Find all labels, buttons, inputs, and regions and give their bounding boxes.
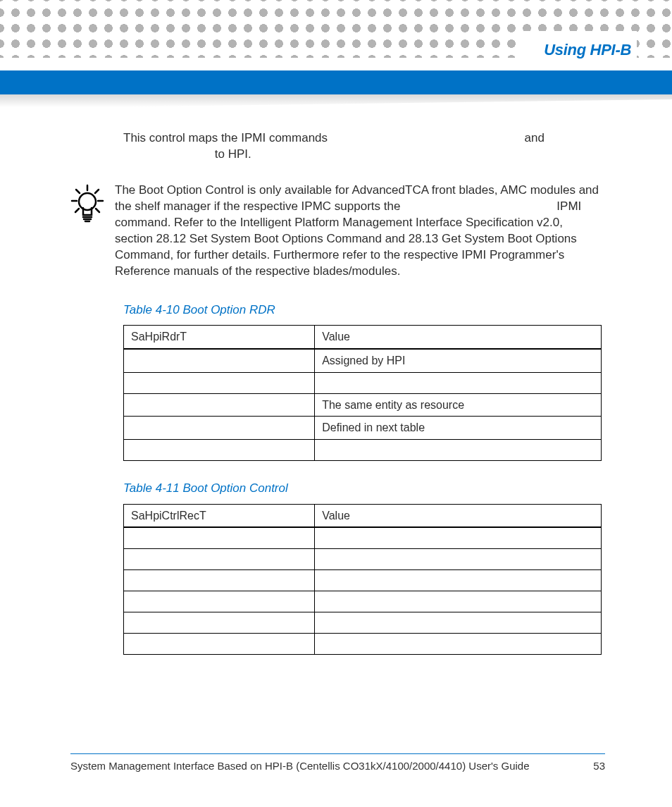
page-footer: System Management Interface Based on HPI… <box>70 753 605 772</box>
table-row <box>124 591 602 612</box>
table-cell <box>124 591 315 612</box>
table-cell <box>315 633 602 654</box>
table-cell <box>315 569 602 591</box>
svg-line-6 <box>96 209 99 212</box>
table-caption-2: Table 4-11 Boot Option Control <box>123 481 602 497</box>
table-cell <box>124 527 315 548</box>
intro-text-part2: to HPI. <box>215 147 251 161</box>
table-cell <box>315 439 602 460</box>
table-header-cell: Value <box>315 504 602 527</box>
table-cell <box>124 417 315 440</box>
table-cell <box>315 591 602 612</box>
note-text: The Boot Option Control is only availabl… <box>115 183 602 280</box>
table-cell <box>124 439 315 460</box>
note-block: The Boot Option Control is only availabl… <box>70 183 602 280</box>
intro-paragraph: This control maps the IPMI commands and … <box>123 130 602 163</box>
table-header-row: SaHpiCtrlRecT Value <box>124 504 602 527</box>
table-cell <box>124 569 315 591</box>
table-cell: Defined in next table <box>315 417 602 440</box>
intro-text-part1: This control maps the IPMI commands <box>123 131 328 144</box>
table-cell <box>315 612 602 633</box>
table-cell <box>124 612 315 633</box>
header-gray-gradient <box>0 94 672 109</box>
table-cell: The same entity as resource <box>315 393 602 417</box>
table-row <box>124 439 602 460</box>
section-title: Using HPI-B <box>516 31 637 66</box>
table-cell <box>315 527 602 548</box>
boot-option-rdr-table: SaHpiRdrT Value Assigned by HPI The same… <box>123 325 602 460</box>
table-row <box>124 612 602 633</box>
boot-option-control-table: SaHpiCtrlRecT Value <box>123 504 602 655</box>
table-cell <box>315 372 602 393</box>
table-header-cell: Value <box>315 326 602 349</box>
table-row <box>124 548 602 569</box>
table-header-cell: SaHpiRdrT <box>124 326 315 349</box>
svg-line-1 <box>76 190 80 193</box>
page-content: This control maps the IPMI commands and … <box>0 130 672 674</box>
table-header-cell: SaHpiCtrlRecT <box>124 504 315 527</box>
table-cell <box>124 633 315 654</box>
table-cell <box>124 548 315 569</box>
table-row <box>124 569 602 591</box>
table-caption-1: Table 4-10 Boot Option RDR <box>123 302 602 319</box>
svg-line-2 <box>95 190 99 193</box>
table-row <box>124 527 602 548</box>
footer-doc-title: System Management Interface Based on HPI… <box>70 760 530 772</box>
table-cell <box>315 548 602 569</box>
lightbulb-icon <box>70 184 104 231</box>
table-header-row: SaHpiRdrT Value <box>124 326 602 349</box>
svg-line-5 <box>75 209 79 212</box>
table-cell <box>124 349 315 372</box>
table-cell <box>124 372 315 393</box>
header-blue-bar <box>0 70 672 94</box>
table-cell: Assigned by HPI <box>315 349 602 372</box>
table-row: Assigned by HPI <box>124 349 602 372</box>
page-number: 53 <box>593 760 605 772</box>
intro-and: and <box>525 131 545 144</box>
table-row <box>124 372 602 393</box>
table-row: Defined in next table <box>124 417 602 440</box>
svg-point-7 <box>79 193 96 210</box>
table-cell <box>124 393 315 417</box>
table-row: The same entity as resource <box>124 393 602 417</box>
table-row <box>124 633 602 654</box>
